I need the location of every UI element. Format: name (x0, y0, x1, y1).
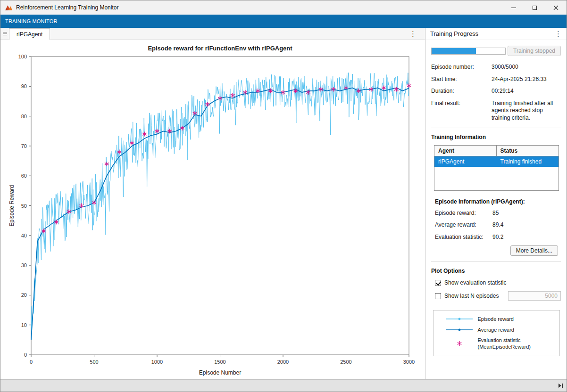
main-content: rlPGAgent ⋮ 0500100015002000250030000102… (0, 28, 567, 379)
field-label: Duration: (431, 88, 492, 94)
svg-text:2000: 2000 (277, 359, 289, 365)
table-empty-area (434, 167, 559, 190)
field-label: Evaluation statistic: (435, 234, 492, 240)
average-reward-marker-icon (446, 327, 473, 333)
training-progress-panel: Training Progress ⋮ Training stopped Epi… (425, 28, 567, 379)
duration-row: Duration: 00:29:14 (431, 88, 561, 95)
chart-legend: Episode reward Average reward Evaluation… (433, 310, 560, 356)
agent-cell: rlPGAgent (434, 156, 497, 167)
panel-options-kebab-icon[interactable]: ⋮ (555, 30, 562, 37)
minimize-button[interactable] (503, 0, 524, 15)
episode-reward-row: Episode reward: 85 (435, 210, 561, 217)
svg-text:500: 500 (90, 359, 98, 365)
toolstrip-tabbar: TRAINING MONITOR (0, 15, 567, 28)
panel-body: Training stopped Episode number: 3000/50… (425, 40, 567, 379)
training-progress-bar (431, 48, 506, 55)
evaluation-statistic-marker-icon (446, 340, 473, 347)
field-value: 3000/5000 (492, 64, 561, 71)
legend-label: Average reward (478, 327, 548, 333)
divider (431, 128, 561, 128)
episode-reward-marker-icon (446, 316, 473, 322)
tab-training-monitor[interactable]: TRAINING MONITOR (5, 18, 58, 24)
column-header-agent: Agent (434, 146, 497, 156)
svg-text:30: 30 (21, 262, 27, 268)
average-reward-row: Average reward: 89.4 (435, 221, 561, 229)
checkbox-icon (435, 280, 441, 286)
svg-text:Episode Number: Episode Number (199, 369, 241, 376)
svg-text:10: 10 (21, 322, 27, 328)
legend-label: Episode reward (478, 316, 548, 322)
legend-item-average-reward: Average reward (436, 327, 557, 333)
document-area: rlPGAgent ⋮ 0500100015002000250030000102… (0, 28, 425, 379)
column-header-status: Status (497, 146, 559, 156)
legend-label: Evaluation statistic (MeanEpisodeReward) (478, 337, 548, 351)
field-value: 85 (492, 210, 561, 217)
window-controls (503, 0, 567, 15)
svg-text:40: 40 (21, 233, 27, 238)
field-label: Final result: (431, 100, 492, 106)
svg-text:80: 80 (21, 114, 27, 119)
svg-text:Episode Reward: Episode Reward (8, 185, 15, 226)
show-evaluation-checkbox[interactable]: Show evaluation statistic (435, 279, 561, 286)
status-cell: Training finished (497, 156, 559, 167)
field-value: 24-Apr-2025 21:26:33 (492, 76, 561, 83)
svg-text:50: 50 (21, 203, 27, 209)
checkbox-icon (435, 293, 441, 299)
legend-item-evaluation-statistic: Evaluation statistic (MeanEpisodeReward) (436, 337, 557, 351)
training-information-heading: Training Information (431, 134, 561, 140)
show-last-n-checkbox[interactable]: Show last N episodes (435, 291, 561, 301)
app-window: Reinforcement Learning Training Monitor … (0, 0, 567, 392)
field-value: 00:29:14 (492, 88, 561, 95)
more-details-button[interactable]: More Details... (510, 245, 558, 256)
field-value: Training finished after all agents reach… (492, 100, 561, 122)
close-button[interactable] (545, 0, 567, 15)
svg-text:Episode reward for rlFunctionE: Episode reward for rlFunctionEnv with rl… (148, 45, 292, 52)
episode-number-row: Episode number: 3000/5000 (431, 64, 561, 71)
legend-item-episode-reward: Episode reward (436, 316, 557, 322)
table-row[interactable]: rlPGAgent Training finished (434, 156, 559, 167)
progress-row: Training stopped (431, 46, 561, 56)
svg-text:60: 60 (21, 173, 27, 179)
episode-reward-chart[interactable]: 0500100015002000250030000102030405060708… (0, 40, 425, 380)
training-stopped-button[interactable]: Training stopped (508, 46, 561, 56)
checkbox-label: Show evaluation statistic (444, 279, 506, 286)
evaluation-statistic-row: Evaluation statistic: 90.2 (435, 234, 561, 241)
tab-label: rlPGAgent (17, 31, 42, 38)
field-label: Episode reward: (435, 210, 492, 216)
panel-header: Training Progress ⋮ (425, 28, 567, 40)
maximize-button[interactable] (524, 0, 545, 15)
drag-grip-icon (3, 32, 7, 33)
field-label: Episode number: (431, 64, 492, 70)
svg-text:100: 100 (18, 54, 27, 59)
panel-title: Training Progress (430, 30, 478, 37)
svg-text:1500: 1500 (214, 359, 225, 365)
svg-text:2500: 2500 (340, 359, 351, 365)
start-time-row: Start time: 24-Apr-2025 21:26:33 (431, 76, 561, 83)
tab-options-kebab-icon[interactable]: ⋮ (409, 30, 417, 37)
field-value: 89.4 (492, 221, 561, 229)
checkbox-label: Show last N episodes (444, 293, 499, 299)
titlebar: Reinforcement Learning Training Monitor (0, 0, 567, 15)
final-result-row: Final result: Training finished after al… (431, 100, 561, 122)
episode-information-heading: Episode Information (rlPGAgent): (435, 198, 561, 205)
field-label: Start time: (431, 76, 492, 82)
maximize-icon (533, 6, 537, 10)
document-tabbar: rlPGAgent ⋮ (0, 28, 425, 40)
episode-information-block: Episode Information (rlPGAgent): Episode… (435, 198, 561, 241)
minimize-icon (511, 8, 516, 8)
last-n-episodes-input[interactable] (508, 291, 561, 301)
divider (431, 261, 561, 262)
svg-text:70: 70 (21, 143, 27, 149)
close-icon (553, 5, 559, 10)
expand-panel-icon[interactable] (558, 383, 563, 388)
svg-text:20: 20 (21, 292, 27, 298)
progress-fill (432, 48, 476, 54)
field-value: 90.2 (492, 234, 561, 241)
window-title: Reinforcement Learning Training Monitor (16, 4, 118, 11)
more-details-row: More Details... (431, 245, 558, 256)
table-header-row: Agent Status (434, 146, 559, 156)
svg-text:1000: 1000 (151, 359, 163, 365)
statusbar (0, 379, 567, 392)
tab-rlpgagent[interactable]: rlPGAgent (9, 28, 50, 40)
svg-text:3000: 3000 (403, 359, 415, 365)
